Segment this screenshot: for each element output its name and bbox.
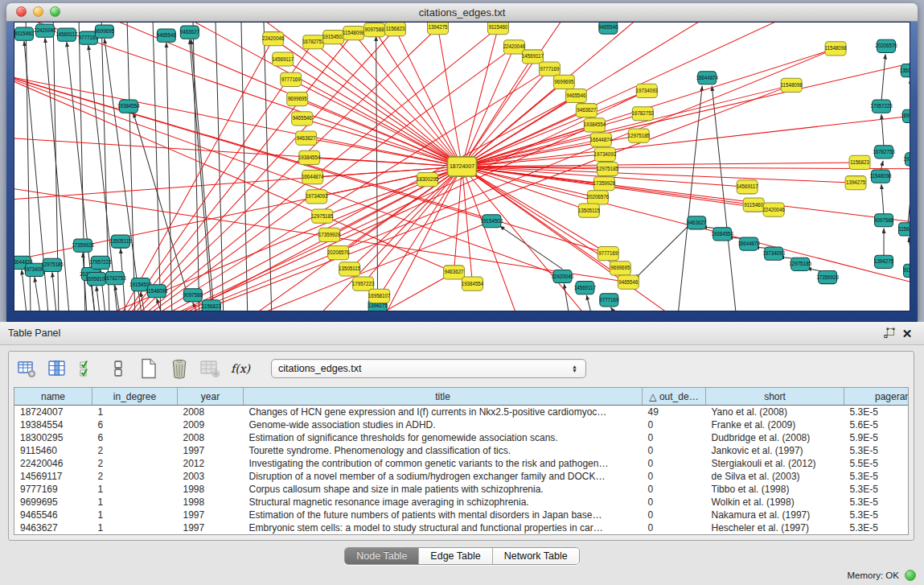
graph-node[interactable]: 11548098 <box>870 170 893 183</box>
graph-node[interactable]: 20206576 <box>875 39 897 52</box>
graph-node[interactable]: 17359928 <box>72 239 94 252</box>
graph-node[interactable]: 9465546 <box>565 89 586 102</box>
cell-year[interactable]: 1997 <box>178 509 244 521</box>
new-table-button[interactable] <box>138 357 160 380</box>
cell-in_degree[interactable]: 1 <box>92 406 178 419</box>
graph-node[interactable]: 16644874 <box>737 237 760 250</box>
table-row[interactable]: 911546021997Tourette syndrome. Phenomeno… <box>14 444 909 457</box>
graph-node[interactable]: 20206576 <box>327 246 350 260</box>
graph-node[interactable]: 11548098 <box>825 42 848 56</box>
graph-node[interactable]: 16782753 <box>104 271 126 284</box>
cell-pagerank[interactable]: 5.3E-5 <box>844 406 910 419</box>
graph-node[interactable]: 16958107 <box>901 109 910 122</box>
cell-short[interactable]: Dudbridge et al. (2008) <box>706 431 844 444</box>
cell-short[interactable]: Stergiakouli et al. (2012) <box>706 457 844 470</box>
cell-year[interactable]: 2009 <box>178 418 244 431</box>
column-header-out_degree[interactable]: △ out_de… <box>643 388 706 406</box>
graph-node[interactable]: 19384554 <box>462 277 484 290</box>
graph-node[interactable]: 16644874 <box>696 72 718 84</box>
graph-node[interactable]: 16782753 <box>873 146 895 159</box>
graph-node[interactable]: 9699695 <box>553 75 574 89</box>
graph-node[interactable]: 16782753 <box>302 35 325 49</box>
graph-node[interactable]: 9699695 <box>610 262 630 275</box>
cell-short[interactable]: Yano et al. (2008) <box>706 406 844 419</box>
graph-node[interactable]: 19734093 <box>594 147 617 161</box>
cell-out_degree[interactable]: 49 <box>643 406 706 419</box>
graph-node[interactable]: 1156823 <box>898 223 910 236</box>
graph-node[interactable]: 9115460 <box>903 264 910 277</box>
graph-node[interactable]: 16782753 <box>632 107 655 121</box>
graph-node[interactable]: 20206576 <box>587 191 610 204</box>
function-builder-button[interactable]: f(x) <box>229 357 252 380</box>
cell-year[interactable]: 1998 <box>178 483 244 496</box>
graph-node[interactable]: 9097588 <box>364 23 385 37</box>
graph-node[interactable]: 12975185 <box>789 257 811 270</box>
graph-node[interactable]: 1156823 <box>385 23 406 36</box>
table-row[interactable]: 1456911722003Disruption of a novel membe… <box>14 470 909 483</box>
graph-node[interactable]: 13505115 <box>109 235 132 248</box>
graph-node[interactable]: 9699695 <box>95 25 115 38</box>
node-table[interactable]: namein_degreeyeartitle△ out_de…shortpage… <box>14 388 909 534</box>
hub-node[interactable]: 18724007 <box>448 157 477 176</box>
graph-node[interactable]: 9463627 <box>576 104 597 117</box>
graph-node[interactable]: 13505115 <box>339 262 361 276</box>
tab-edge-table[interactable]: Edge Table <box>419 548 492 564</box>
cell-in_degree[interactable]: 2 <box>92 444 178 457</box>
graph-node[interactable]: 9465546 <box>618 275 639 289</box>
graph-node[interactable]: 19384554 <box>117 100 140 113</box>
select-columns-button[interactable] <box>46 357 68 380</box>
cell-name[interactable]: 9777169 <box>14 483 92 496</box>
table-selector-dropdown[interactable]: citations_edges.txt ▲▼ <box>271 359 586 378</box>
graph-node[interactable]: 9465546 <box>598 23 618 34</box>
column-header-title[interactable]: title <box>244 388 643 406</box>
graph-node[interactable]: 17359928 <box>318 228 341 241</box>
cell-title[interactable]: Estimation of the future numbers of pati… <box>244 509 643 521</box>
column-header-short[interactable]: short <box>706 388 844 406</box>
cell-year[interactable]: 2003 <box>178 470 244 483</box>
graph-node[interactable]: 16958107 <box>368 289 391 303</box>
cell-short[interactable]: Tibbo et al. (1998) <box>706 483 844 496</box>
minimize-window-icon[interactable] <box>33 6 43 17</box>
cell-year[interactable]: 1998 <box>178 496 244 509</box>
cell-title[interactable]: Changes of HCN gene expression and I(f) … <box>244 406 643 419</box>
cell-short[interactable]: Franke et al. (2009) <box>706 418 844 431</box>
graph-node[interactable]: 11548098 <box>343 27 365 40</box>
cell-name[interactable]: 18300295 <box>14 431 92 444</box>
graph-node[interactable]: 13505115 <box>578 204 601 217</box>
graph-node[interactable]: 14569117 <box>737 180 759 194</box>
zoom-window-icon[interactable] <box>50 6 60 17</box>
cell-year[interactable]: 1997 <box>178 521 244 534</box>
graph-node[interactable]: 19384554 <box>298 150 321 164</box>
graph-node[interactable]: 22420046 <box>552 270 574 282</box>
graph-node[interactable]: 9465546 <box>292 112 313 126</box>
cell-short[interactable]: Hescheler et al. (1997) <box>706 521 844 534</box>
cell-pagerank[interactable]: 5.3E-5 <box>844 496 910 509</box>
cell-pagerank[interactable]: 5.3E-5 <box>844 483 910 496</box>
graph-node[interactable]: 9463627 <box>180 26 200 39</box>
graph-node[interactable]: 12975185 <box>41 258 64 271</box>
graph-node[interactable]: 9463627 <box>687 216 707 229</box>
cell-pagerank[interactable]: 5.5E-5 <box>844 457 910 470</box>
cell-short[interactable]: Nakamura et al. (1997) <box>706 509 844 521</box>
graph-node[interactable]: 19734093 <box>636 84 659 97</box>
cell-out_degree[interactable]: 0 <box>643 431 706 444</box>
graph-node[interactable]: 1394275 <box>428 23 449 35</box>
cell-pagerank[interactable]: 5.6E-5 <box>844 418 910 431</box>
cell-in_degree[interactable]: 1 <box>92 509 178 521</box>
graph-node[interactable]: 9777169 <box>598 247 618 261</box>
graph-node[interactable]: 22420046 <box>262 32 285 46</box>
table-row[interactable]: 946554611997Estimation of the future num… <box>14 509 909 521</box>
graph-node[interactable]: 9115460 <box>743 198 764 212</box>
cell-out_degree[interactable]: 0 <box>643 509 706 521</box>
graph-node[interactable]: 1394275 <box>874 255 894 268</box>
graph-node[interactable]: 1156823 <box>849 155 870 169</box>
graph-node[interactable]: 14569117 <box>272 52 294 66</box>
cell-title[interactable]: Corpus callosum shape and size in male p… <box>244 483 643 496</box>
cell-name[interactable]: 14569117 <box>14 470 92 483</box>
cell-in_degree[interactable]: 1 <box>92 496 178 509</box>
graph-node[interactable]: 19154503 <box>903 153 910 166</box>
close-panel-button[interactable]: ✕ <box>898 325 916 341</box>
graph-node[interactable]: 17359928 <box>593 177 616 191</box>
graph-node[interactable]: 14569117 <box>55 28 78 41</box>
graph-node[interactable]: 9097588 <box>874 214 894 227</box>
